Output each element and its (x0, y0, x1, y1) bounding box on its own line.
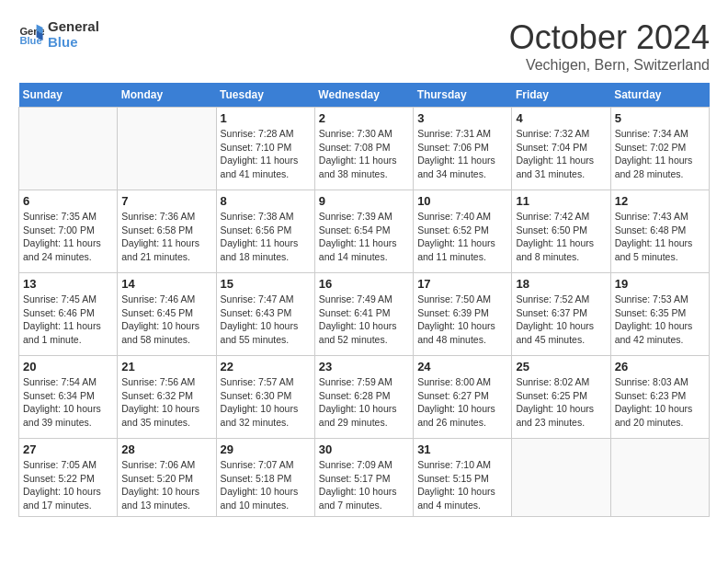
calendar-cell: 5Sunrise: 7:34 AM Sunset: 7:02 PM Daylig… (610, 108, 709, 190)
calendar-cell: 13Sunrise: 7:45 AM Sunset: 6:46 PM Dayli… (19, 273, 118, 356)
calendar-cell: 26Sunrise: 8:03 AM Sunset: 6:23 PM Dayli… (610, 356, 709, 439)
day-number: 30 (319, 442, 409, 456)
day-number: 10 (417, 194, 507, 208)
day-number: 14 (121, 277, 211, 291)
calendar-cell: 30Sunrise: 7:09 AM Sunset: 5:17 PM Dayli… (314, 439, 413, 517)
day-info: Sunrise: 7:56 AM Sunset: 6:32 PM Dayligh… (121, 375, 211, 430)
day-number: 15 (221, 277, 311, 291)
calendar-cell: 7Sunrise: 7:36 AM Sunset: 6:58 PM Daylig… (118, 190, 216, 273)
day-info: Sunrise: 7:07 AM Sunset: 5:18 PM Dayligh… (221, 458, 311, 512)
calendar-cell: 15Sunrise: 7:47 AM Sunset: 6:43 PM Dayli… (216, 273, 314, 356)
day-number: 29 (221, 442, 311, 456)
day-info: Sunrise: 7:52 AM Sunset: 6:37 PM Dayligh… (516, 293, 606, 347)
calendar-cell: 9Sunrise: 7:39 AM Sunset: 6:54 PM Daylig… (314, 190, 413, 273)
day-info: Sunrise: 7:40 AM Sunset: 6:52 PM Dayligh… (417, 210, 507, 264)
day-number: 21 (121, 360, 211, 373)
day-number: 6 (23, 194, 113, 208)
calendar-cell: 21Sunrise: 7:56 AM Sunset: 6:32 PM Dayli… (118, 356, 216, 439)
logo-line1: General (48, 18, 99, 34)
day-info: Sunrise: 7:30 AM Sunset: 7:08 PM Dayligh… (319, 127, 409, 181)
day-info: Sunrise: 7:50 AM Sunset: 6:39 PM Dayligh… (417, 293, 507, 347)
day-number: 28 (121, 442, 211, 456)
weekday-row: SundayMondayTuesdayWednesdayThursdayFrid… (19, 83, 710, 108)
calendar-cell: 10Sunrise: 7:40 AM Sunset: 6:52 PM Dayli… (414, 190, 512, 273)
location: Vechigen, Bern, Switzerland (509, 57, 710, 74)
calendar-cell: 29Sunrise: 7:07 AM Sunset: 5:18 PM Dayli… (216, 439, 314, 517)
weekday-header-monday: Monday (118, 83, 216, 108)
calendar-cell: 2Sunrise: 7:30 AM Sunset: 7:08 PM Daylig… (314, 108, 413, 190)
day-number: 18 (516, 277, 606, 291)
calendar-cell: 23Sunrise: 7:59 AM Sunset: 6:28 PM Dayli… (314, 356, 413, 439)
calendar-cell (610, 439, 709, 517)
day-number: 8 (221, 194, 311, 208)
day-info: Sunrise: 7:46 AM Sunset: 6:45 PM Dayligh… (121, 293, 211, 347)
day-info: Sunrise: 7:05 AM Sunset: 5:22 PM Dayligh… (23, 458, 113, 512)
day-number: 31 (417, 442, 507, 456)
page-header: General Blue General Blue October 2024 V… (18, 18, 710, 74)
day-number: 3 (417, 111, 507, 125)
logo-icon: General Blue (18, 21, 44, 47)
day-info: Sunrise: 7:47 AM Sunset: 6:43 PM Dayligh… (221, 293, 311, 347)
title-block: October 2024 Vechigen, Bern, Switzerland (509, 18, 710, 74)
day-info: Sunrise: 7:35 AM Sunset: 7:00 PM Dayligh… (23, 210, 113, 264)
calendar-cell (118, 108, 216, 190)
calendar-cell: 25Sunrise: 8:02 AM Sunset: 6:25 PM Dayli… (512, 356, 610, 439)
weekday-header-saturday: Saturday (610, 83, 709, 108)
calendar-header: SundayMondayTuesdayWednesdayThursdayFrid… (19, 83, 710, 108)
day-info: Sunrise: 7:34 AM Sunset: 7:02 PM Dayligh… (615, 127, 705, 181)
weekday-header-tuesday: Tuesday (216, 83, 314, 108)
calendar-cell: 16Sunrise: 7:49 AM Sunset: 6:41 PM Dayli… (314, 273, 413, 356)
day-info: Sunrise: 7:53 AM Sunset: 6:35 PM Dayligh… (615, 293, 705, 347)
day-info: Sunrise: 7:36 AM Sunset: 6:58 PM Dayligh… (121, 210, 211, 264)
day-info: Sunrise: 7:49 AM Sunset: 6:41 PM Dayligh… (319, 293, 409, 347)
day-info: Sunrise: 7:59 AM Sunset: 6:28 PM Dayligh… (319, 375, 409, 430)
logo: General Blue General Blue (18, 18, 99, 50)
calendar-week-5: 27Sunrise: 7:05 AM Sunset: 5:22 PM Dayli… (19, 439, 710, 517)
day-number: 19 (615, 277, 705, 291)
calendar-cell: 17Sunrise: 7:50 AM Sunset: 6:39 PM Dayli… (414, 273, 512, 356)
calendar-week-1: 1Sunrise: 7:28 AM Sunset: 7:10 PM Daylig… (19, 108, 710, 190)
day-number: 7 (121, 194, 211, 208)
day-info: Sunrise: 7:45 AM Sunset: 6:46 PM Dayligh… (23, 293, 113, 347)
day-info: Sunrise: 7:39 AM Sunset: 6:54 PM Dayligh… (319, 210, 409, 264)
day-number: 25 (516, 360, 606, 373)
calendar-cell: 1Sunrise: 7:28 AM Sunset: 7:10 PM Daylig… (216, 108, 314, 190)
calendar-cell: 4Sunrise: 7:32 AM Sunset: 7:04 PM Daylig… (512, 108, 610, 190)
calendar-cell: 24Sunrise: 8:00 AM Sunset: 6:27 PM Dayli… (414, 356, 512, 439)
calendar-cell: 31Sunrise: 7:10 AM Sunset: 5:15 PM Dayli… (414, 439, 512, 517)
day-number: 9 (319, 194, 409, 208)
day-number: 2 (319, 111, 409, 125)
calendar-week-4: 20Sunrise: 7:54 AM Sunset: 6:34 PM Dayli… (19, 356, 710, 439)
day-info: Sunrise: 7:57 AM Sunset: 6:30 PM Dayligh… (221, 375, 311, 430)
calendar-cell (19, 108, 118, 190)
day-number: 5 (615, 111, 705, 125)
calendar-cell: 6Sunrise: 7:35 AM Sunset: 7:00 PM Daylig… (19, 190, 118, 273)
day-number: 27 (23, 442, 113, 456)
day-info: Sunrise: 7:06 AM Sunset: 5:20 PM Dayligh… (121, 458, 211, 512)
calendar-cell: 3Sunrise: 7:31 AM Sunset: 7:06 PM Daylig… (414, 108, 512, 190)
calendar-cell: 18Sunrise: 7:52 AM Sunset: 6:37 PM Dayli… (512, 273, 610, 356)
day-number: 22 (221, 360, 311, 373)
day-info: Sunrise: 7:09 AM Sunset: 5:17 PM Dayligh… (319, 458, 409, 512)
month-title: October 2024 (509, 18, 710, 57)
day-number: 16 (319, 277, 409, 291)
weekday-header-thursday: Thursday (414, 83, 512, 108)
calendar-cell: 20Sunrise: 7:54 AM Sunset: 6:34 PM Dayli… (19, 356, 118, 439)
calendar-cell: 27Sunrise: 7:05 AM Sunset: 5:22 PM Dayli… (19, 439, 118, 517)
calendar-cell: 19Sunrise: 7:53 AM Sunset: 6:35 PM Dayli… (610, 273, 709, 356)
day-number: 12 (615, 194, 705, 208)
calendar: SundayMondayTuesdayWednesdayThursdayFrid… (18, 83, 710, 517)
day-number: 13 (23, 277, 113, 291)
calendar-cell: 12Sunrise: 7:43 AM Sunset: 6:48 PM Dayli… (610, 190, 709, 273)
day-number: 26 (615, 360, 705, 373)
calendar-cell: 8Sunrise: 7:38 AM Sunset: 6:56 PM Daylig… (216, 190, 314, 273)
day-info: Sunrise: 8:02 AM Sunset: 6:25 PM Dayligh… (516, 375, 606, 430)
calendar-cell: 28Sunrise: 7:06 AM Sunset: 5:20 PM Dayli… (118, 439, 216, 517)
day-number: 23 (319, 360, 409, 373)
day-info: Sunrise: 7:38 AM Sunset: 6:56 PM Dayligh… (221, 210, 311, 264)
calendar-cell (512, 439, 610, 517)
day-info: Sunrise: 7:32 AM Sunset: 7:04 PM Dayligh… (516, 127, 606, 181)
calendar-week-2: 6Sunrise: 7:35 AM Sunset: 7:00 PM Daylig… (19, 190, 710, 273)
day-info: Sunrise: 8:03 AM Sunset: 6:23 PM Dayligh… (615, 375, 705, 430)
weekday-header-friday: Friday (512, 83, 610, 108)
